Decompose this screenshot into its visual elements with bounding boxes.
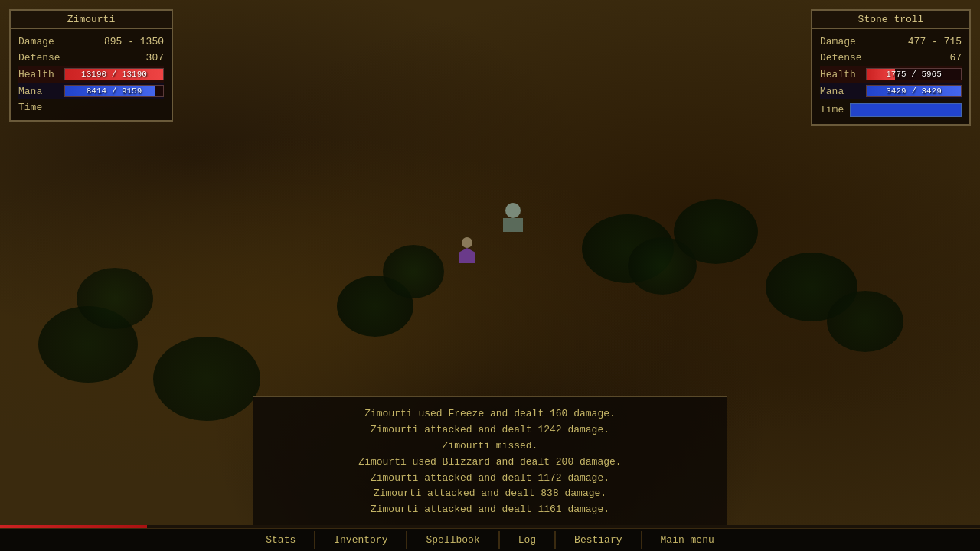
tree-cluster bbox=[153, 337, 260, 421]
enemy-mana-label: Mana bbox=[820, 86, 866, 97]
player-mana-label: Mana bbox=[18, 86, 64, 97]
player-name: Zimourti bbox=[11, 11, 172, 29]
enemy-health-bar: 1775 / 5965 bbox=[866, 68, 962, 80]
player-character bbox=[456, 237, 479, 268]
player-time-label: Time bbox=[18, 102, 42, 113]
bottom-nav-bar: Stats Inventory Spellbook Log Bestiary M… bbox=[0, 528, 980, 551]
log-message-7: Zimourti attacked and dealt 1161 damage. bbox=[269, 502, 711, 518]
combat-log-panel: Zimourti used Freeze and dealt 160 damag… bbox=[253, 396, 727, 528]
player-damage-label: Damage bbox=[18, 36, 64, 47]
player-health-bar: 13190 / 13190 bbox=[64, 68, 164, 80]
enemy-defense-label: Defense bbox=[820, 52, 866, 64]
enemy-time-bar bbox=[850, 103, 962, 117]
tree-cluster bbox=[383, 245, 444, 298]
tree-cluster bbox=[827, 291, 903, 352]
player-mana-row: Mana 8414 / 9159 bbox=[18, 83, 164, 99]
player-stat-panel: Zimourti Damage 895 - 1350 Defense 307 H… bbox=[9, 9, 173, 122]
enemy-stat-panel: Stone troll Damage 477 - 715 Defense 67 … bbox=[811, 9, 971, 126]
bestiary-button[interactable]: Bestiary bbox=[555, 531, 641, 549]
player-defense-row: Defense 307 bbox=[18, 50, 164, 66]
log-message-6: Zimourti attacked and dealt 838 damage. bbox=[269, 486, 711, 502]
log-message-2: Zimourti attacked and dealt 1242 damage. bbox=[269, 422, 711, 439]
player-defense-value: 307 bbox=[146, 52, 164, 64]
player-health-text: 13190 / 13190 bbox=[65, 69, 163, 80]
enemy-mana-row: Mana 3429 / 3429 bbox=[820, 83, 962, 99]
player-mana-bar: 8414 / 9159 bbox=[64, 85, 164, 97]
player-health-row: Health 13190 / 13190 bbox=[18, 66, 164, 83]
enemy-health-row: Health 1775 / 5965 bbox=[820, 66, 962, 83]
log-message-5: Zimourti attacked and dealt 1172 damage. bbox=[269, 471, 711, 487]
enemy-mana-text: 3429 / 3429 bbox=[867, 86, 961, 96]
enemy-defense-row: Defense 67 bbox=[820, 50, 962, 66]
player-health-label: Health bbox=[18, 69, 64, 80]
enemy-health-text: 1775 / 5965 bbox=[867, 69, 961, 80]
log-message-4: Zimourti used Blizzard and dealt 200 dam… bbox=[269, 455, 711, 471]
log-message-3: Zimourti missed. bbox=[269, 439, 711, 455]
tree-cluster bbox=[674, 199, 758, 264]
spellbook-button[interactable]: Spellbook bbox=[407, 531, 498, 549]
player-damage-row: Damage 895 - 1350 bbox=[18, 34, 164, 50]
stats-button[interactable]: Stats bbox=[247, 531, 315, 549]
enemy-damage-row: Damage 477 - 715 bbox=[820, 34, 962, 50]
log-message-1: Zimourti used Freeze and dealt 160 damag… bbox=[269, 406, 711, 422]
enemy-damage-value: 477 - 715 bbox=[908, 36, 962, 47]
player-mana-text: 8414 / 9159 bbox=[65, 86, 163, 96]
player-time-row: Time bbox=[18, 99, 164, 116]
enemy-time-row: Time bbox=[820, 99, 962, 119]
enemy-character bbox=[501, 203, 524, 233]
main-menu-button[interactable]: Main menu bbox=[642, 531, 733, 549]
player-damage-value: 895 - 1350 bbox=[104, 36, 164, 47]
enemy-damage-label: Damage bbox=[820, 36, 866, 47]
log-button[interactable]: Log bbox=[499, 531, 555, 549]
inventory-button[interactable]: Inventory bbox=[315, 531, 407, 549]
tree-cluster bbox=[77, 268, 153, 329]
enemy-time-label: Time bbox=[820, 104, 844, 116]
player-defense-label: Defense bbox=[18, 52, 64, 64]
enemy-health-label: Health bbox=[820, 69, 866, 80]
enemy-mana-bar: 3429 / 3429 bbox=[866, 85, 962, 97]
enemy-defense-value: 67 bbox=[949, 52, 962, 64]
enemy-name: Stone troll bbox=[812, 11, 969, 29]
